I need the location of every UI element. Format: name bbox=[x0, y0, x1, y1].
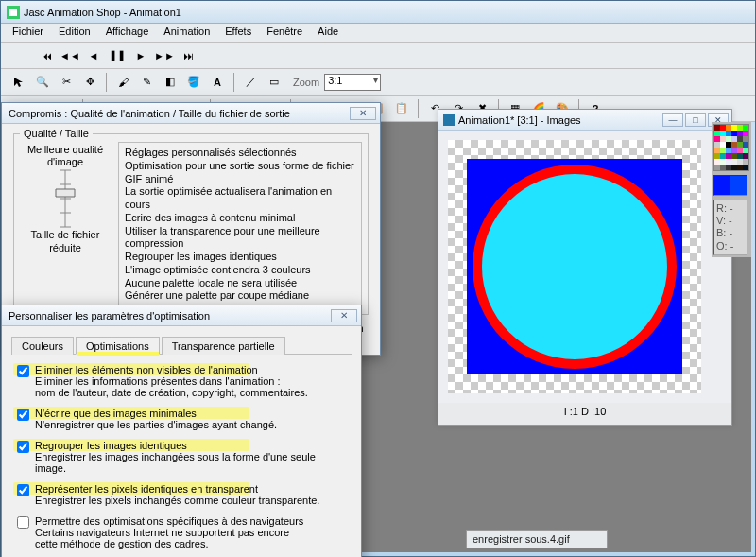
pause-icon[interactable]: ❚❚ bbox=[107, 45, 128, 66]
opt-minimal-images: N'écrire que des images minimales N'enre… bbox=[17, 408, 346, 430]
brush-icon[interactable]: 🖌 bbox=[112, 72, 133, 93]
opt-checkbox[interactable] bbox=[17, 441, 29, 453]
taskbar-document-tab[interactable]: enregistrer sous.4.gif bbox=[466, 530, 608, 548]
arrow-tool-icon[interactable] bbox=[9, 72, 29, 93]
toolbar-row-1: ⏮ ◄◄ ◄ ❚❚ ► ►► ⏭ bbox=[1, 43, 755, 69]
color-readout: R: - V: - B: - O: - bbox=[713, 200, 747, 255]
menu-item[interactable]: Fichier bbox=[5, 24, 51, 42]
separator bbox=[418, 99, 419, 118]
tab-partial-transparency[interactable]: Transparence partielle bbox=[162, 337, 285, 355]
opt-desc: Eliminer les informations présentes dans… bbox=[35, 375, 308, 398]
color-palette-panel: R: - V: - B: - O: - bbox=[712, 122, 751, 257]
titlebar: Jasc Animation Shop - Animation1 bbox=[1, 1, 755, 24]
svg-rect-1 bbox=[9, 9, 17, 16]
menu-item[interactable]: Animation bbox=[156, 24, 217, 42]
eraser-icon[interactable]: ◧ bbox=[160, 72, 180, 93]
svg-marker-9 bbox=[56, 189, 75, 197]
tab-optimizations[interactable]: Optimisations bbox=[76, 337, 160, 355]
child-titlebar[interactable]: Animation1* [3:1] - Images — □ ✕ bbox=[438, 110, 731, 131]
next-frame-icon[interactable]: ►► bbox=[154, 45, 175, 66]
pencil-icon[interactable]: ✎ bbox=[136, 72, 157, 93]
opt-label: N'écrire que des images minimales bbox=[35, 408, 277, 419]
last-frame-icon[interactable]: ⏭ bbox=[178, 45, 198, 66]
move-icon[interactable]: ✥ bbox=[79, 72, 100, 93]
play-icon[interactable]: ► bbox=[130, 45, 151, 66]
rect-tool-icon[interactable]: ▭ bbox=[264, 72, 284, 93]
opt-remove-invisible: Eliminer les éléments non visibles de l'… bbox=[17, 364, 346, 398]
settings-description-box: Réglages personnalisés sélectionnés Opti… bbox=[118, 142, 362, 308]
window-title: Jasc Animation Shop - Animation1 bbox=[24, 1, 181, 24]
main-window: Jasc Animation Shop - Animation1 Fichier… bbox=[0, 0, 756, 557]
line-tool-icon[interactable]: ／ bbox=[240, 72, 261, 93]
menubar[interactable]: Fichier Edition Affichage Animation Effe… bbox=[1, 24, 755, 43]
group-legend: Qualité / Taille bbox=[20, 128, 93, 139]
separator bbox=[233, 73, 234, 92]
dialog-title: Personnaliser les paramètres d'optimisat… bbox=[9, 310, 331, 322]
optimization-settings-dialog: Personnaliser les paramètres d'optimisat… bbox=[1, 305, 362, 557]
frame-index-duration-label: I :1 D :10 bbox=[438, 403, 731, 425]
separator bbox=[106, 73, 107, 92]
play-back-icon[interactable]: ◄ bbox=[83, 45, 104, 66]
opt-checkbox[interactable] bbox=[17, 365, 29, 377]
paste-after-icon[interactable]: 📋 bbox=[391, 98, 412, 119]
menu-item[interactable]: Aide bbox=[310, 24, 346, 42]
maximize-button[interactable]: □ bbox=[685, 113, 706, 127]
palette-swatches[interactable] bbox=[713, 124, 749, 171]
opt-desc: Certains navigateurs Internet ne support… bbox=[35, 527, 303, 549]
svg-rect-2 bbox=[443, 114, 455, 126]
opt-label: Représenter les pixels identiques en tra… bbox=[35, 483, 319, 495]
opt-desc: N'enregistrer que les parties d'images a… bbox=[35, 419, 277, 430]
opt-browser-specific: Permettre des optimisations spécifiques … bbox=[17, 515, 346, 549]
dialog-titlebar[interactable]: Compromis : Qualité de l'animation / Tai… bbox=[2, 103, 380, 124]
opt-checkbox[interactable] bbox=[17, 516, 29, 529]
menu-item[interactable]: Edition bbox=[51, 24, 98, 42]
dialog-title: Compromis : Qualité de l'animation / Tai… bbox=[9, 108, 350, 119]
dialog-titlebar[interactable]: Personnaliser les paramètres d'optimisat… bbox=[2, 305, 361, 326]
opt-group-identical: Regrouper les images identiques Enregist… bbox=[17, 440, 346, 474]
zoom-label: Zoom bbox=[293, 77, 319, 88]
tab-colors[interactable]: Couleurs bbox=[11, 337, 74, 355]
best-quality-label: Meilleure qualité d'image bbox=[20, 144, 111, 168]
opt-desc: Enregistrer les images inchangées sous l… bbox=[35, 451, 346, 474]
tab-strip: Couleurs Optimisations Transparence part… bbox=[11, 336, 352, 355]
opt-desc: Enregistrer les pixels inchangés comme c… bbox=[35, 495, 319, 506]
opt-label: Permettre des optimisations spécifiques … bbox=[35, 515, 303, 527]
menu-item[interactable]: Affichage bbox=[98, 24, 157, 42]
crop-icon[interactable]: ✂ bbox=[56, 72, 77, 93]
filmstrip-icon bbox=[443, 114, 455, 126]
opt-checkbox[interactable] bbox=[17, 409, 29, 421]
red-circle-shape bbox=[472, 165, 677, 369]
checkerboard-canvas[interactable] bbox=[448, 140, 701, 393]
quality-group: Qualité / Taille Meilleure qualité d'ima… bbox=[13, 133, 369, 315]
text-tool-icon[interactable]: A bbox=[207, 72, 228, 93]
app-icon bbox=[7, 6, 20, 19]
quality-slider-column: Meilleure qualité d'image Taille de fich… bbox=[20, 142, 111, 308]
dialog-button-row: OK Annuler Aide bbox=[11, 553, 352, 557]
child-window-title: Animation1* [3:1] - Images bbox=[458, 114, 662, 126]
reduced-size-label: Taille de fichier réduite bbox=[20, 229, 111, 253]
menu-item[interactable]: Effets bbox=[217, 24, 259, 42]
first-frame-icon[interactable]: ⏮ bbox=[36, 45, 57, 66]
foreground-background-color[interactable] bbox=[713, 175, 747, 196]
close-button[interactable]: ✕ bbox=[350, 107, 376, 120]
opt-label: Eliminer les éléments non visibles de l'… bbox=[35, 364, 308, 375]
quality-slider[interactable] bbox=[46, 168, 84, 229]
canvas-frame bbox=[448, 140, 701, 393]
cyan-circle-shape bbox=[482, 174, 667, 359]
close-button[interactable]: ✕ bbox=[331, 309, 357, 322]
dialog-body: Couleurs Optimisations Transparence part… bbox=[2, 326, 361, 557]
menu-item[interactable]: Fenêtre bbox=[259, 24, 310, 42]
magnifier-icon[interactable]: 🔍 bbox=[32, 72, 53, 93]
fill-icon[interactable]: 🪣 bbox=[183, 72, 204, 93]
opt-transparent-identical-pixels: Représenter les pixels identiques en tra… bbox=[17, 483, 346, 506]
minimize-button[interactable]: — bbox=[662, 113, 683, 127]
opt-label: Regrouper les images identiques bbox=[35, 440, 346, 451]
zoom-select[interactable]: 3:1 bbox=[324, 74, 381, 91]
animation-window: Animation1* [3:1] - Images — □ ✕ I :1 D … bbox=[438, 109, 732, 426]
opt-checkbox[interactable] bbox=[17, 484, 29, 496]
blue-square-shape bbox=[467, 159, 682, 374]
prev-frame-icon[interactable]: ◄◄ bbox=[60, 45, 80, 66]
toolbar-row-2: 🔍 ✂ ✥ 🖌 ✎ ◧ 🪣 A ／ ▭ Zoom 3:1 bbox=[1, 69, 755, 96]
